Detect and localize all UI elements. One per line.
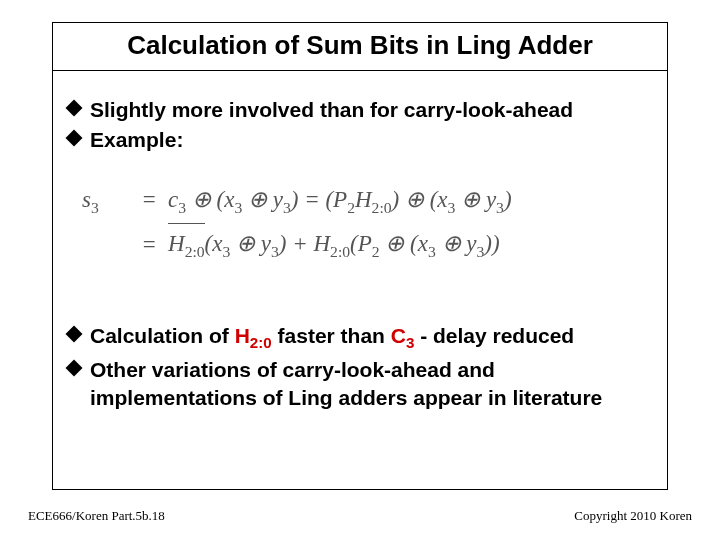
equation-row-2: = H2:0(x3 ⊕ y3) + H2:0(P2 ⊕ (x3 ⊕ y3)) xyxy=(82,222,660,266)
eq-lhs: s xyxy=(82,187,91,212)
eq1-a: ) = (P xyxy=(291,187,347,212)
b3-Hsub: 2:0 xyxy=(250,334,272,351)
eq-sign: = xyxy=(130,178,168,222)
bullet-1: Slightly more involved than for carry-lo… xyxy=(68,96,660,124)
eq2-body: H2:0(x3 ⊕ y3) + H2:0(P2 ⊕ (x3 ⊕ y3)) xyxy=(168,222,500,266)
eq2-f: ⊕ y xyxy=(436,231,477,256)
eq2-Hbar-sub: 2:0 xyxy=(185,243,205,260)
eq1-m1: ⊕ (x xyxy=(186,187,234,212)
b3-C: C xyxy=(391,324,406,347)
bullet-4: Other variations of carry-look-ahead and… xyxy=(68,356,660,413)
eq2-s3: 2:0 xyxy=(330,243,350,260)
eq1-c: c xyxy=(168,187,178,212)
equation-block: s3 = c3 ⊕ (x3 ⊕ y3) = (P2H2:0) ⊕ (x3 ⊕ y… xyxy=(82,178,660,267)
eq1-m2: ⊕ y xyxy=(242,187,283,212)
eq2-c: ) + H xyxy=(279,231,330,256)
bottom-bullets: Calculation of H2:0 faster than C3 - del… xyxy=(68,322,660,414)
bullet-3: Calculation of H2:0 faster than C3 - del… xyxy=(68,322,660,354)
eq2-s4: 2 xyxy=(372,243,380,260)
eq2-a: (x xyxy=(205,231,223,256)
b3-mid: faster than xyxy=(272,324,391,347)
equation-row-1: s3 = c3 ⊕ (x3 ⊕ y3) = (P2H2:0) ⊕ (x3 ⊕ y… xyxy=(82,178,660,222)
eq2-s5: 3 xyxy=(428,243,436,260)
eq1-e2: ⊕ y xyxy=(455,187,496,212)
eq2-b: ⊕ y xyxy=(230,231,271,256)
eq-sign-2: = xyxy=(130,223,168,267)
eq1-s4: 2 xyxy=(347,199,355,216)
footer-left: ECE666/Koren Part.5b.18 xyxy=(28,508,165,524)
b4-text: Other variations of carry-look-ahead and… xyxy=(90,358,602,409)
eq1-cl: ) xyxy=(504,187,512,212)
eq2-g: )) xyxy=(484,231,499,256)
eq1-H: H xyxy=(355,187,372,212)
bullet-2-text: Example: xyxy=(90,128,183,151)
eq2-Hbar: H xyxy=(168,231,185,256)
eq1-e1: ) ⊕ (x xyxy=(392,187,448,212)
eq1-s1: 3 xyxy=(178,199,186,216)
bullet-2: Example: xyxy=(68,126,660,154)
bullet-1-text: Slightly more involved than for carry-lo… xyxy=(90,98,573,121)
eq1-s3: 3 xyxy=(283,199,291,216)
eq2-d: (P xyxy=(350,231,372,256)
top-bullets: Slightly more involved than for carry-lo… xyxy=(68,96,660,157)
b3-post: - delay reduced xyxy=(414,324,574,347)
title-rule xyxy=(52,70,668,71)
eq1-body: c3 ⊕ (x3 ⊕ y3) = (P2H2:0) ⊕ (x3 ⊕ y3) xyxy=(168,178,512,222)
footer-right: Copyright 2010 Koren xyxy=(574,508,692,524)
eq-lhs-sub: 3 xyxy=(91,199,99,216)
eq2-e: ⊕ (x xyxy=(380,231,428,256)
slide-title: Calculation of Sum Bits in Ling Adder xyxy=(52,30,668,61)
b3-pre: Calculation of xyxy=(90,324,235,347)
b3-H: H xyxy=(235,324,250,347)
eq2-s2: 3 xyxy=(271,243,279,260)
eq1-s7: 3 xyxy=(496,199,504,216)
eq1-s5: 2:0 xyxy=(372,199,392,216)
